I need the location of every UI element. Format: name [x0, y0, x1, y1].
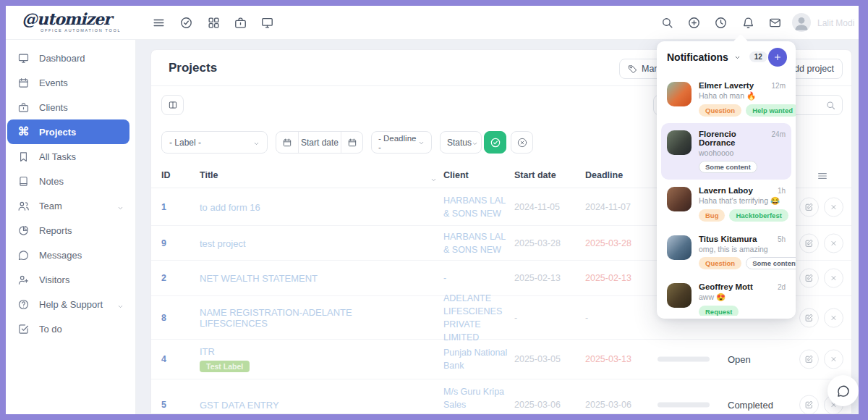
row-actions — [799, 350, 843, 369]
notification-sender: Elmer Laverty — [699, 81, 765, 90]
sidebar-item-label: All Tasks — [39, 151, 76, 162]
row-client-link[interactable]: M/s Guru Kripa Sales Corporation — [443, 385, 513, 414]
row-client-link[interactable]: Punjab National Bank — [443, 346, 513, 372]
sidebar-item-notes[interactable]: Notes — [6, 169, 135, 193]
check-circle-icon[interactable] — [179, 16, 193, 30]
calendar-icon[interactable] — [276, 132, 298, 153]
briefcase-icon[interactable] — [234, 16, 247, 30]
check-circle-icon — [490, 137, 501, 148]
sidebar-item-projects[interactable]: ⌘ Projects — [7, 119, 129, 144]
chevron-down-icon[interactable] — [734, 51, 741, 57]
edit-button[interactable] — [799, 233, 819, 253]
row-start-date: - — [514, 313, 517, 323]
notification-item[interactable]: 5h Titus Kitamura omg, this is amazing Q… — [661, 228, 791, 276]
help-circle-icon — [17, 298, 30, 311]
chat-bubble-icon — [836, 384, 851, 398]
notification-time: 5h — [778, 235, 786, 243]
edit-button[interactable] — [799, 308, 819, 327]
tag-badge: Help wanted — [746, 104, 796, 117]
app-frame: @utomizer OFFICE AUTOMATION TOOL Lalit M… — [6, 6, 859, 414]
edit-button[interactable] — [799, 350, 819, 369]
monitor-icon[interactable] — [260, 16, 274, 30]
page-title: Projects — [169, 61, 217, 75]
row-client-link[interactable]: HARBANS LAL & SONS NEW — [443, 193, 513, 219]
delete-button[interactable] — [824, 308, 843, 327]
start-date-filter-label[interactable]: Start date — [298, 132, 341, 153]
sidebar-item-visitors[interactable]: Visitors — [6, 267, 135, 292]
sidebar-item-all-tasks[interactable]: All Tasks — [6, 144, 135, 169]
tag-badge: Question — [699, 257, 741, 269]
delete-button[interactable] — [824, 197, 843, 217]
deadline-filter-value: - Deadline - — [378, 134, 418, 151]
row-title-link[interactable]: ITR — [200, 346, 250, 357]
mail-icon[interactable] — [768, 16, 782, 30]
row-client-link[interactable]: HARBANS LAL & SONS NEW — [443, 230, 513, 256]
row-title-link[interactable]: NAME REGISTRATION-ADELANTE LIFESCIENCES — [200, 307, 417, 329]
sidebar-item-events[interactable]: Events — [6, 70, 135, 95]
notification-item[interactable]: 2d Geoffrey Mott aww 😍 Request — [661, 276, 791, 316]
bell-icon[interactable] — [741, 16, 755, 30]
sidebar-item-help-support[interactable]: Help & Support — [6, 292, 135, 316]
sidebar-item-label: Events — [39, 77, 68, 88]
notification-item[interactable]: 12m Elmer Laverty Haha oh man 🔥 Question… — [661, 75, 791, 123]
calendar-icon[interactable] — [341, 132, 362, 153]
clear-filters-button[interactable] — [511, 131, 533, 154]
row-start-date: 2025-03-06 — [514, 400, 561, 410]
row-start-date: 2025-03-05 — [514, 354, 561, 364]
status-filter-value: Status — [447, 138, 472, 148]
monitor-icon — [17, 52, 30, 64]
delete-button[interactable] — [824, 350, 843, 369]
row-client-link[interactable]: ADELANTE LIFESCIENES PRIVATE LIMITED — [443, 291, 513, 344]
add-notification-button[interactable] — [768, 48, 787, 67]
sidebar-item-reports[interactable]: Reports — [6, 218, 135, 243]
sidebar: Dashboard Events Clients ⌘ Projects All … — [6, 40, 136, 414]
row-title-link[interactable]: NET WEALTH STATEMENT — [200, 273, 318, 284]
clock-icon[interactable] — [714, 16, 728, 30]
edit-button[interactable] — [799, 395, 819, 415]
todo-check-icon — [17, 323, 30, 335]
row-title-link[interactable]: test project — [200, 238, 246, 248]
delete-button[interactable] — [824, 233, 843, 253]
status-filter-select[interactable]: Status — [440, 131, 482, 154]
columns-toggle-button[interactable] — [161, 95, 184, 115]
date-range-filter[interactable]: Start date — [276, 131, 363, 154]
sidebar-item-label: Projects — [39, 127, 76, 138]
notification-item[interactable]: 1h Lavern Laboy Haha that's terrifying 😂… — [661, 180, 791, 228]
sidebar-item-dashboard[interactable]: Dashboard — [6, 46, 135, 70]
hamburger-icon[interactable] — [152, 16, 166, 30]
apply-filters-button[interactable] — [484, 131, 506, 154]
notification-time: 12m — [772, 82, 786, 90]
col-header-deadline[interactable]: Deadline — [585, 170, 623, 180]
sidebar-item-todo[interactable]: To do — [6, 316, 135, 341]
sidebar-item-clients[interactable]: Clients — [6, 95, 135, 119]
row-id: 9 — [161, 238, 166, 248]
app-logo[interactable]: @utomizer OFFICE AUTOMATION TOOL — [22, 9, 121, 33]
notification-item-highlighted[interactable]: 24m Florencio Dorrance woohoooo Some con… — [661, 123, 791, 180]
plus-circle-icon[interactable] — [687, 16, 701, 30]
label-filter-value: - Label - — [169, 138, 201, 148]
label-filter-select[interactable]: - Label - — [161, 131, 268, 154]
col-header-id[interactable]: ID — [161, 170, 171, 180]
chevron-down-icon — [117, 301, 124, 308]
deadline-filter-select[interactable]: - Deadline - — [371, 131, 432, 154]
user-avatar[interactable] — [792, 13, 811, 32]
sort-caret-icon[interactable] — [430, 173, 437, 180]
edit-button[interactable] — [799, 197, 819, 217]
col-header-title[interactable]: Title — [200, 170, 218, 180]
avatar — [667, 187, 692, 211]
column-menu-icon[interactable] — [817, 170, 828, 182]
notifications-title[interactable]: Notifications — [667, 51, 728, 63]
chat-fab-button[interactable] — [827, 375, 859, 406]
sidebar-item-team[interactable]: Team — [6, 193, 135, 218]
col-header-client[interactable]: Client — [443, 170, 469, 180]
user-name[interactable]: Lalit Modi — [817, 18, 854, 28]
delete-button[interactable] — [824, 269, 843, 288]
row-title-link[interactable]: to add form 16 — [200, 201, 260, 212]
edit-button[interactable] — [799, 269, 819, 288]
sidebar-item-messages[interactable]: Messages — [6, 243, 135, 267]
row-title-link[interactable]: GST DATA ENTRY — [200, 400, 279, 411]
grid-icon[interactable] — [207, 16, 221, 30]
search-icon[interactable] — [660, 16, 674, 30]
row-client: - — [443, 272, 513, 285]
col-header-start-date[interactable]: Start date — [514, 170, 556, 180]
